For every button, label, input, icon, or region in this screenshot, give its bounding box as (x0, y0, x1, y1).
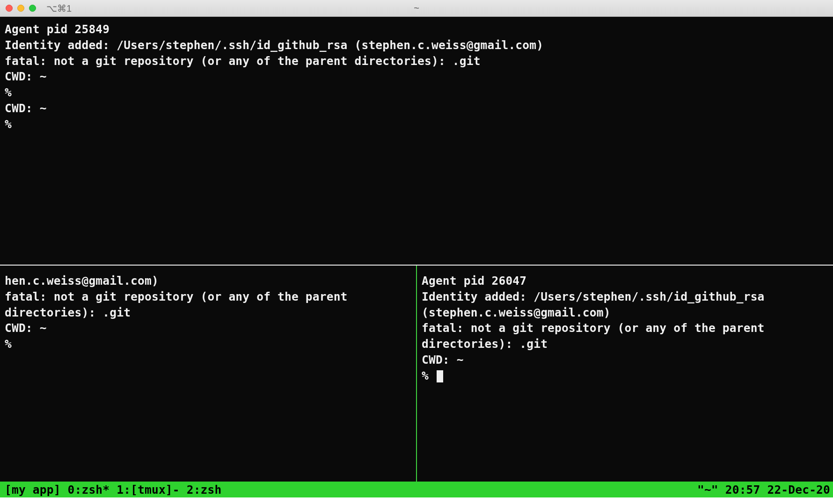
tmux-pane-top[interactable]: Agent pid 25849 Identity added: /Users/s… (0, 17, 833, 265)
statusbar-left: [my app] 0:zsh* 1:[tmux]- 2:zsh (5, 483, 221, 497)
prompt: % (422, 369, 436, 382)
minimize-button[interactable] (17, 5, 24, 12)
maximize-button[interactable] (29, 5, 36, 12)
statusbar-windows[interactable]: 0:zsh* 1:[tmux]- 2:zsh (68, 483, 222, 497)
window-title: ~ (414, 3, 419, 14)
tmux-statusbar: [my app] 0:zsh* 1:[tmux]- 2:zsh "~" 20:5… (0, 482, 833, 497)
close-button[interactable] (6, 5, 13, 12)
traffic-lights (6, 5, 36, 12)
statusbar-right: "~" 20:57 22-Dec-20 (697, 483, 830, 497)
cursor-block-icon (437, 370, 443, 382)
window-titlebar: ⌥⌘1 ~ (0, 0, 833, 17)
tmux-pane-bottom-left[interactable]: hen.c.weiss@gmail.com) fatal: not a git … (0, 266, 417, 482)
titlebar-shortcut-label: ⌥⌘1 (46, 3, 72, 14)
tmux-pane-bottom-right[interactable]: Agent pid 26047 Identity added: /Users/s… (417, 266, 833, 482)
terminal-area[interactable]: Agent pid 25849 Identity added: /Users/s… (0, 17, 833, 482)
statusbar-session: [my app] (5, 483, 61, 497)
pane-bottom-row: hen.c.weiss@gmail.com) fatal: not a git … (0, 266, 833, 482)
bottom-strip (0, 497, 833, 504)
